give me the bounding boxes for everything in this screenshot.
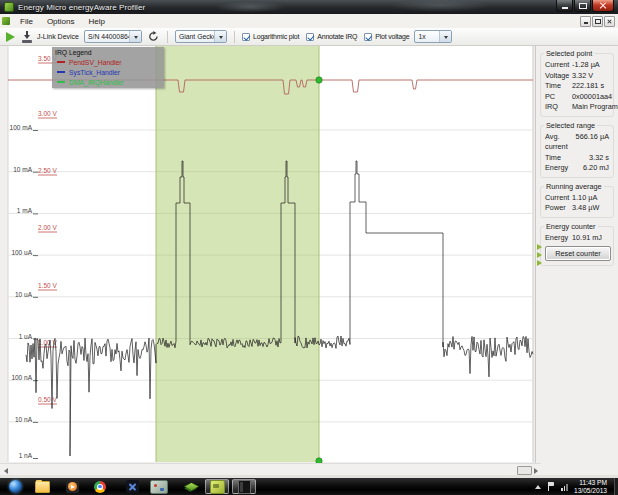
panel-row-value: 10.91 mJ: [572, 233, 602, 244]
taskbar-button-explorer-folder[interactable]: [30, 479, 54, 494]
panel-row-label: Voltage: [545, 71, 572, 82]
flash-device-button[interactable]: [22, 31, 32, 43]
jlink-device-label: J-Link Device: [37, 33, 79, 40]
legend-dash-icon: [57, 71, 65, 73]
taskbar: 11:43 PM 13/05/2013: [0, 478, 618, 495]
panel-row-label: Avg. current: [545, 132, 576, 153]
irq-legend: IRQ Legend PendSV_HandlerSysTick_Handler…: [52, 47, 164, 88]
mdi-window-controls: [580, 16, 615, 27]
network-signal-icon[interactable]: [561, 483, 568, 491]
legend-label: DMA_IRQHandler: [69, 79, 124, 86]
panel-row-label: Energy: [545, 233, 572, 244]
toolbar-separator: [234, 31, 235, 43]
minimize-button[interactable]: [556, 0, 573, 12]
panel-row-label: IRQ: [545, 102, 572, 113]
checkbox-annotate-irq[interactable]: Annotate IRQ: [306, 33, 357, 41]
toolbar-separator: [167, 31, 168, 43]
legend-dash-icon: [57, 61, 65, 63]
refresh-devices-button[interactable]: [147, 30, 160, 43]
menu-options[interactable]: Options: [40, 14, 82, 28]
mdi-minimize-button[interactable]: [580, 16, 591, 27]
panel-row-value: -1.28 µA: [572, 60, 600, 71]
device-type-select[interactable]: Giant Gecko: [175, 30, 227, 43]
taskbar-button-profiler-active[interactable]: [205, 479, 229, 494]
profiler-chart[interactable]: 100 mA10 mA1 mA100 uA10 uA1 uA100 nA10 n…: [0, 46, 535, 463]
taskbar-button-layered-diamond-app[interactable]: [179, 479, 203, 494]
mdi-close-button[interactable]: [604, 16, 615, 27]
close-button[interactable]: [592, 0, 614, 12]
action-center-flag-icon[interactable]: [548, 482, 555, 491]
minimize-icon: [562, 7, 568, 9]
show-hidden-icons-icon[interactable]: [535, 485, 541, 489]
panel-group-title: Energy counter: [544, 222, 598, 231]
maximize-button[interactable]: [574, 0, 591, 12]
green-marker-icon: [537, 244, 542, 250]
menu-file[interactable]: File: [13, 14, 40, 28]
disc-icon: [68, 482, 77, 491]
restore-icon: [595, 19, 601, 24]
taskbar-button-blue-x-app[interactable]: [120, 479, 144, 494]
panel-row-value: 3.32 V: [572, 71, 593, 82]
mdi-restore-button[interactable]: [592, 16, 603, 27]
scroll-left-icon[interactable]: [4, 468, 8, 474]
close-icon: [607, 19, 612, 24]
checkbox-logarithmic-plot[interactable]: Logarithmic plot: [242, 33, 299, 41]
panel-row-label: Current: [545, 193, 572, 204]
play-icon: [71, 485, 75, 489]
reset-counter-button[interactable]: Reset counter: [545, 246, 611, 261]
green-marker-icon: [537, 252, 542, 258]
dropdown-button[interactable]: [129, 31, 141, 42]
scroll-right-icon[interactable]: [534, 468, 538, 474]
chart-area[interactable]: 100 mA10 mA1 mA100 uA10 uA1 uA100 nA10 n…: [0, 46, 535, 463]
checkbox-box[interactable]: [364, 33, 372, 41]
panel-row-label: Time: [545, 153, 561, 164]
panel-row: Time222.181 s: [545, 81, 609, 92]
show-desktop-button[interactable]: [614, 478, 618, 495]
taskbar-button-console-window-active[interactable]: [232, 479, 256, 494]
panel-row-value: 222.181 s: [572, 81, 604, 92]
voltage-scale-select[interactable]: 1x: [414, 30, 452, 43]
selected-point-marker[interactable]: [316, 77, 322, 83]
current-axis-label: 10 nA: [15, 416, 33, 423]
voltage-axis-label: 1.50 V: [38, 282, 57, 289]
checkbox-box[interactable]: [306, 33, 314, 41]
panel-row-label: Time: [545, 81, 572, 92]
panel-group-title: Running average: [544, 182, 604, 191]
checkbox-box[interactable]: [242, 33, 250, 41]
voltage-scale-value: 1x: [415, 33, 439, 40]
panel-row-label: Current: [545, 60, 572, 71]
clock-date: 13/05/2013: [574, 487, 607, 495]
refresh-icon: [148, 31, 159, 42]
taskbar-button-media-player[interactable]: [60, 479, 84, 494]
panel-row: Voltage3.32 V: [545, 71, 609, 82]
menu-items: FileOptionsHelp: [13, 14, 112, 28]
checkbox-label: Annotate IRQ: [317, 33, 357, 40]
taskbar-button-chrome-browser[interactable]: [88, 479, 112, 494]
legend-label: SysTick_Handler: [69, 69, 120, 76]
current-axis-label: 10 mA: [13, 166, 32, 173]
irq-legend-item: DMA_IRQHandler: [55, 77, 161, 87]
dropdown-button[interactable]: [214, 31, 226, 42]
dropdown-button[interactable]: [439, 31, 451, 42]
taskbar-button-start-orb[interactable]: [3, 479, 27, 494]
start-capture-button[interactable]: [6, 32, 15, 42]
download-arrow-icon: [24, 35, 30, 39]
selection-region[interactable]: [156, 46, 319, 462]
taskbar-button-jlink-map-app[interactable]: [147, 479, 171, 494]
menu-help[interactable]: Help: [81, 14, 111, 28]
desktop: Energy Micro energyAware Profiler FileOp…: [0, 0, 618, 495]
panel-row-value: 3.32 s: [589, 153, 609, 164]
horizontal-scrollbar[interactable]: [0, 463, 541, 475]
current-axis-label: 100 nA: [11, 374, 32, 381]
device-type-value: Giant Gecko: [176, 33, 214, 40]
window-title: Energy Micro energyAware Profiler: [18, 3, 145, 12]
taskbar-clock[interactable]: 11:43 PM 13/05/2013: [574, 479, 607, 494]
current-axis-label: 1 mA: [17, 207, 33, 214]
checkbox-plot-voltage[interactable]: Plot voltage: [364, 33, 409, 41]
app-icon: [4, 2, 14, 12]
scrollbar-thumb[interactable]: [517, 466, 532, 475]
panel-row-value: 1.10 µA: [572, 193, 597, 204]
system-tray: 11:43 PM 13/05/2013: [535, 478, 613, 495]
serial-number-select[interactable]: S/N 440008645: [84, 30, 142, 43]
layered-diamond-app-icon: [183, 480, 199, 493]
